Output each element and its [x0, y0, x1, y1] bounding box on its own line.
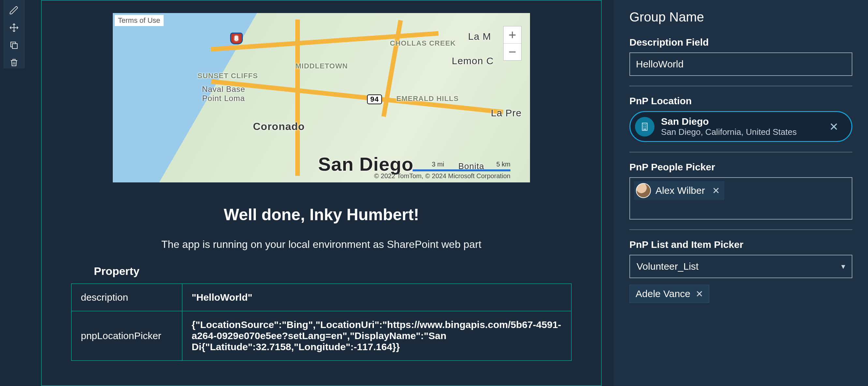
- divider: [629, 152, 852, 153]
- zoom-in-button[interactable]: +: [504, 26, 521, 43]
- property-header: Property: [94, 265, 572, 278]
- svg-rect-0: [12, 44, 17, 49]
- map-scale-km: 5 km: [496, 161, 510, 168]
- zoom-out-button[interactable]: −: [504, 43, 521, 60]
- location-subtitle: San Diego, California, United States: [661, 127, 819, 137]
- list-label: PnP List and Item Picker: [629, 239, 852, 250]
- map-label-la-pre: La Pre: [491, 107, 522, 119]
- map-label-chollas: CHOLLAS CREEK: [390, 39, 456, 47]
- map-scale: 3 mi 5 km: [432, 161, 510, 168]
- location-clear-button[interactable]: ✕: [826, 118, 842, 135]
- hwy8-shield: 8: [230, 33, 243, 44]
- property-table: description "HelloWorld" pnpLocationPick…: [71, 283, 572, 361]
- item-chip[interactable]: Adele Vance ✕: [629, 285, 709, 303]
- map-label-sunset-cliffs: SUNSET CLIFFS: [197, 72, 258, 80]
- map-label-emerald: EMERALD HILLS: [396, 94, 459, 103]
- prop-value: {"LocationSource":"Bing","LocationUri":"…: [182, 311, 571, 361]
- table-row: pnpLocationPicker {"LocationSource":"Bin…: [71, 311, 571, 361]
- divider: [629, 86, 852, 86]
- map-label-middletown: MIDDLETOWN: [295, 62, 348, 70]
- edit-button[interactable]: [7, 5, 21, 16]
- map-label-la-m: La M: [468, 31, 491, 42]
- building-icon: [635, 117, 654, 136]
- property-pane: Group Name Description Field PnP Locatio…: [614, 0, 868, 386]
- list-selected: Volunteer_List: [637, 261, 699, 272]
- divider: [629, 229, 852, 230]
- avatar: [636, 183, 651, 198]
- group-title: Group Name: [629, 10, 852, 25]
- map-label-coronado: Coronado: [253, 121, 305, 133]
- delete-button[interactable]: [7, 57, 21, 69]
- map-label-lemon: Lemon C: [452, 55, 494, 66]
- list-dropdown[interactable]: Volunteer_List ▾: [629, 255, 852, 278]
- description-input[interactable]: [629, 53, 852, 76]
- map-scale-mi: 3 mi: [432, 161, 444, 168]
- map-scale-bar: [413, 169, 510, 171]
- prop-value: "HelloWorld": [182, 284, 571, 311]
- person-chip[interactable]: Alex Wilber ✕: [634, 181, 724, 200]
- move-icon: [9, 23, 19, 33]
- map-copyright: © 2022 TomTom, © 2024 Microsoft Corporat…: [374, 172, 510, 180]
- subline: The app is running on your local environ…: [71, 238, 572, 251]
- people-label: PnP People Picker: [629, 162, 852, 173]
- pencil-icon: [9, 5, 19, 15]
- item-name: Adele Vance: [636, 288, 690, 299]
- chevron-down-icon: ▾: [841, 262, 845, 271]
- headline: Well done, Inky Humbert!: [71, 205, 572, 224]
- map-label-naval-base: Naval Base Point Loma: [201, 85, 246, 103]
- location-label: PnP Location: [629, 95, 852, 106]
- table-row: description "HelloWorld": [71, 284, 571, 311]
- location-title: San Diego: [661, 116, 819, 127]
- description-label: Description Field: [629, 37, 852, 48]
- people-picker[interactable]: Alex Wilber ✕: [629, 177, 852, 220]
- webpart-canvas: Terms of Use 8 94 San Diego Coronado: [25, 0, 602, 386]
- hwy94-shield: 94: [367, 94, 382, 104]
- prop-key: pnpLocationPicker: [71, 311, 182, 361]
- copy-icon: [9, 40, 19, 50]
- person-name: Alex Wilber: [655, 185, 705, 196]
- person-remove-button[interactable]: ✕: [710, 185, 720, 196]
- prop-key: description: [71, 284, 182, 311]
- move-button[interactable]: [7, 22, 21, 34]
- webpart-toolbar: [3, 0, 25, 68]
- webpart-selection[interactable]: Terms of Use 8 94 San Diego Coronado: [41, 0, 602, 386]
- map[interactable]: Terms of Use 8 94 San Diego Coronado: [113, 13, 530, 183]
- map-zoom-controls: + −: [503, 26, 522, 61]
- duplicate-button[interactable]: [7, 39, 21, 51]
- trash-icon: [9, 58, 19, 67]
- location-chip[interactable]: San Diego San Diego, California, United …: [629, 111, 852, 142]
- item-remove-button[interactable]: ✕: [695, 289, 703, 299]
- map-label-san-diego: San Diego: [318, 153, 414, 175]
